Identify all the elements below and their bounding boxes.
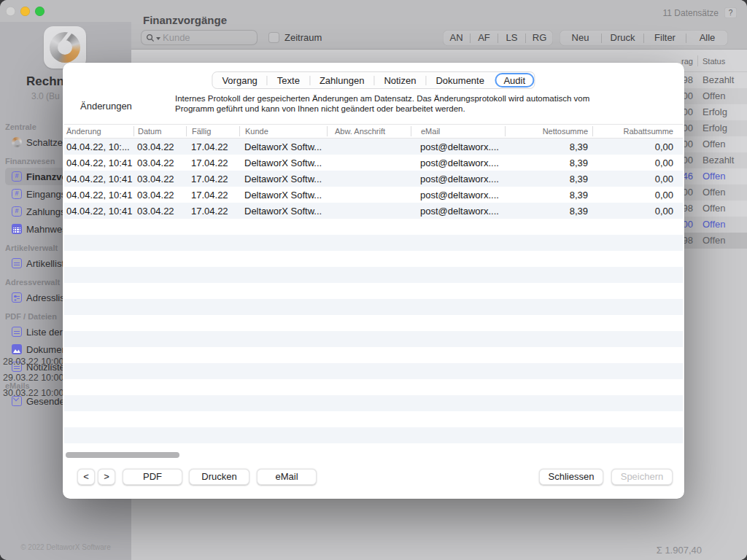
filter-an[interactable]: AN: [443, 30, 470, 46]
table-filler-row: [64, 395, 683, 411]
close-dialog-button[interactable]: Schliessen: [539, 469, 603, 485]
audit-cell-nettosumme: 8,39: [505, 158, 592, 168]
search-scope-chevron-icon[interactable]: [156, 37, 160, 40]
audit-cell-datum: 03.04.22: [133, 190, 186, 201]
print-button[interactable]: Drucken: [189, 469, 249, 485]
action-druck[interactable]: Druck: [602, 30, 643, 46]
audit-description: Internes Protokoll der gespeicherten Änd…: [175, 94, 613, 114]
cal-icon: [12, 224, 22, 234]
next-record-button[interactable]: >: [98, 469, 115, 485]
background-status-cell: Offen: [703, 136, 726, 152]
filter-ls[interactable]: LS: [498, 30, 525, 46]
audit-cell-datum: 03.04.22: [133, 141, 186, 152]
audit-row[interactable]: 04.04.22, 10:...03.04.2217.04.22Deltawor…: [64, 139, 683, 155]
email-button[interactable]: eMail: [257, 469, 317, 485]
table-filler-row: [64, 315, 683, 331]
sum-total: Σ 1.907,40: [657, 545, 702, 556]
tab-dokumente[interactable]: Dokumente: [426, 73, 493, 88]
audit-cell-änderung: 04.04.22, 10:41: [64, 158, 133, 168]
background-status-cell: Offen: [703, 217, 726, 233]
audit-cell-kunde: DeltaworX Softw...: [239, 174, 327, 184]
column-header-datum[interactable]: Datum: [133, 126, 186, 136]
audit-cell-fällig: 17.04.22: [186, 206, 239, 217]
toolbar-actions-segmented-control: NeuDruckFilterAlle: [560, 30, 728, 46]
audit-cell-nettosumme: 8,39: [505, 174, 592, 184]
previous-record-button[interactable]: <: [77, 469, 95, 485]
sidebar-date-item[interactable]: 28.03.22 10:00: [3, 354, 63, 370]
audit-row[interactable]: 04.04.22, 10:4103.04.2217.04.22DeltaworX…: [64, 203, 683, 219]
pdf-button[interactable]: PDF: [123, 469, 182, 485]
column-header-fällig[interactable]: Fällig: [186, 126, 239, 136]
horizontal-scrollbar-thumb[interactable]: [66, 452, 179, 458]
column-header-änderung[interactable]: Änderung: [64, 126, 133, 136]
table-filler-row: [64, 251, 683, 267]
audit-cell-kunde: DeltaworX Softw...: [239, 141, 327, 152]
background-status-cell: Offen: [703, 88, 726, 104]
audit-cell-datum: 03.04.22: [133, 158, 186, 168]
audit-cell-rabattsumme: 0,00: [592, 158, 683, 168]
tab-notizen[interactable]: Notizen: [374, 73, 425, 88]
search-input[interactable]: [141, 30, 258, 45]
zoom-window-icon[interactable]: [35, 7, 44, 16]
sidebar-date-item[interactable]: 30.03.22 10:00: [3, 386, 63, 402]
copyright-notice: © 2022 DeltaworX Software: [0, 543, 131, 551]
help-button[interactable]: ?: [724, 7, 737, 18]
audit-table: ÄnderungDatumFälligKundeAbw. AnschrifteM…: [64, 124, 683, 443]
column-header-rabattsumme[interactable]: Rabattsumme: [592, 126, 683, 136]
filter-af[interactable]: AF: [471, 30, 498, 46]
app-window: Finanzvorgänge 11 Datensätze ? Zeitraum …: [0, 0, 747, 560]
hash-icon: [12, 189, 22, 199]
hash-icon: [12, 171, 22, 182]
audit-cell-nettosumme: 8,39: [505, 206, 592, 217]
column-header-email[interactable]: eMail: [411, 126, 505, 136]
background-status-cell: Bezahlt: [703, 152, 734, 168]
column-separator: [697, 55, 698, 66]
column-header-betrag[interactable]: rag: [681, 57, 693, 66]
page-title: Finanzvorgänge: [143, 14, 227, 26]
action-filter[interactable]: Filter: [644, 30, 686, 46]
changes-section-label: Änderungen: [80, 101, 132, 112]
audit-cell-rabattsumme: 0,00: [592, 206, 683, 217]
window-controls: [6, 7, 44, 16]
action-alle[interactable]: Alle: [686, 30, 728, 46]
img-icon: [12, 344, 22, 354]
list-icon: [12, 258, 22, 268]
audit-row[interactable]: 04.04.22, 10:4103.04.2217.04.22DeltaworX…: [64, 187, 683, 203]
audit-cell-änderung: 04.04.22, 10:41: [64, 190, 133, 201]
record-dialog: VorgangTexteZahlungenNotizenDokumenteAud…: [63, 63, 684, 499]
horizontal-scrollbar[interactable]: [64, 451, 683, 459]
tab-vorgang[interactable]: Vorgang: [212, 73, 266, 88]
table-filler-row: [64, 267, 683, 283]
background-status-cell: Offen: [703, 233, 726, 249]
minimize-window-icon[interactable]: [20, 7, 30, 16]
zeitraum-checkbox[interactable]: [268, 32, 279, 43]
audit-cell-email: post@deltaworx....: [411, 206, 505, 217]
search-field[interactable]: [163, 32, 253, 43]
tab-texte[interactable]: Texte: [268, 73, 309, 88]
background-status-cell: Offen: [703, 184, 726, 201]
close-window-icon[interactable]: [6, 7, 15, 16]
column-header-abw-anschrift[interactable]: Abw. Anschrift: [327, 126, 411, 136]
audit-cell-kunde: DeltaworX Softw...: [239, 158, 327, 168]
audit-row[interactable]: 04.04.22, 10:4103.04.2217.04.22DeltaworX…: [64, 171, 683, 187]
audit-cell-email: post@deltaworx....: [411, 174, 505, 184]
list-icon: [12, 327, 22, 337]
sidebar-date-item[interactable]: 29.03.22 10:00: [3, 370, 63, 386]
sidebar-item-label: Artikellist: [26, 258, 64, 269]
tab-audit[interactable]: Audit: [495, 73, 535, 88]
audit-cell-datum: 03.04.22: [133, 174, 186, 184]
column-header-status[interactable]: Status: [703, 57, 725, 66]
tab-zahlungen[interactable]: Zahlungen: [310, 73, 374, 88]
audit-row[interactable]: 04.04.22, 10:4103.04.2217.04.22DeltaworX…: [64, 155, 683, 171]
table-filler-row: [64, 331, 683, 347]
dialog-tab-bar: VorgangTexteZahlungenNotizenDokumenteAud…: [212, 71, 535, 89]
column-header-nettosumme[interactable]: Nettosumme: [505, 126, 592, 136]
swirl-icon: [12, 137, 22, 147]
audit-cell-fällig: 17.04.22: [186, 190, 239, 201]
filter-rg[interactable]: RG: [526, 30, 553, 46]
column-header-kunde[interactable]: Kunde: [239, 126, 327, 136]
audit-cell-änderung: 04.04.22, 10:...: [64, 141, 133, 152]
audit-cell-rabattsumme: 0,00: [592, 174, 683, 184]
action-neu[interactable]: Neu: [560, 30, 601, 46]
sidebar-item-label: Dokumen: [26, 344, 67, 355]
